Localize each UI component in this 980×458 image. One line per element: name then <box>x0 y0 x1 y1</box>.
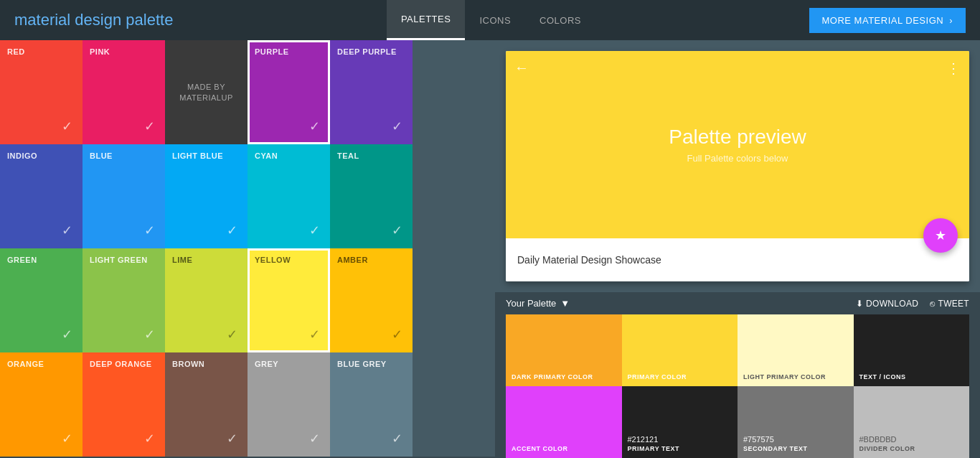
color-name-label: PURPLE <box>255 47 323 56</box>
color-cell-blue[interactable]: BLUE✓ <box>83 144 165 248</box>
color-name-label: GREEN <box>7 256 75 264</box>
color-cell-blue-grey[interactable]: BLUE GREY✓ <box>330 352 413 457</box>
fab-button[interactable]: ★ <box>923 218 958 253</box>
color-name-label: PINK <box>90 47 158 56</box>
palette-actions: ⬇ DOWNLOAD ⎋ TWEET <box>856 299 969 309</box>
check-icon: ✓ <box>62 223 72 238</box>
tweet-button[interactable]: ⎋ TWEET <box>930 299 969 309</box>
color-name-label: YELLOW <box>255 256 323 264</box>
check-icon: ✓ <box>392 223 402 238</box>
color-cell-brown[interactable]: BROWN✓ <box>165 352 248 457</box>
color-name-label: BLUE GREY <box>337 360 405 368</box>
preview-subtitle: Full Palette colors below <box>687 153 788 164</box>
palette-color-top[interactable]: DARK PRIMARY COLOR <box>506 314 622 386</box>
palette-color-bottom[interactable]: #757575SECONDARY TEXT <box>738 386 854 458</box>
check-icon: ✓ <box>227 431 237 447</box>
more-material-button[interactable]: MORE MATERIAL DESIGN › <box>809 8 966 33</box>
check-icon: ✓ <box>309 327 320 342</box>
download-button[interactable]: ⬇ DOWNLOAD <box>856 299 918 309</box>
palette-color-bottom[interactable]: #BDBDBDDIVIDER COLOR <box>854 386 970 458</box>
preview-panel: ← ⋮ Palette preview Full Palette colors … <box>495 40 980 292</box>
palette-color-bottom[interactable]: ACCENT COLOR <box>506 386 622 458</box>
palette-color-label: DIVIDER COLOR <box>859 445 964 452</box>
color-cell-teal[interactable]: TEAL✓ <box>330 144 413 248</box>
color-cell-empty[interactable] <box>413 144 495 248</box>
color-cell-empty[interactable] <box>413 352 495 457</box>
color-cell-yellow[interactable]: YELLOW✓ <box>248 248 330 352</box>
your-palette-button[interactable]: Your Palette ▼ <box>506 298 570 309</box>
palette-top-colors: DARK PRIMARY COLORPRIMARY COLORLIGHT PRI… <box>506 314 969 386</box>
color-cell-empty[interactable] <box>413 248 495 352</box>
preview-card: ← ⋮ Palette preview Full Palette colors … <box>506 51 969 281</box>
back-icon[interactable]: ← <box>514 60 529 76</box>
palette-color-hex: #757575 <box>743 435 848 444</box>
check-icon: ✓ <box>309 223 320 238</box>
check-icon: ✓ <box>144 223 155 238</box>
color-cell-empty[interactable]: MADE BY MATERIALUP <box>165 40 248 144</box>
preview-top: ← ⋮ Palette preview Full Palette colors … <box>506 51 969 238</box>
nav-palettes[interactable]: PALETTES <box>387 0 466 40</box>
check-icon: ✓ <box>144 118 155 134</box>
download-icon: ⬇ <box>856 299 863 309</box>
palette-color-hex: #212121 <box>628 435 732 444</box>
check-icon: ✓ <box>144 431 155 447</box>
color-cell-lime[interactable]: LIME✓ <box>165 248 248 352</box>
color-cell-amber[interactable]: AMBER✓ <box>330 248 413 352</box>
check-icon: ✓ <box>62 118 72 134</box>
color-cell-empty[interactable] <box>413 40 495 144</box>
color-name-label: INDIGO <box>7 151 75 160</box>
palette-color-top[interactable]: TEXT / ICONS <box>854 314 970 386</box>
palette-bottom-colors: ACCENT COLOR#212121PRIMARY TEXT#757575SE… <box>506 386 969 458</box>
palette-color-label: PRIMARY COLOR <box>628 373 732 380</box>
header: material design palette PALETTES ICONS C… <box>0 0 980 40</box>
color-name-label: GREY <box>255 360 323 368</box>
color-cell-grey[interactable]: GREY✓ <box>248 352 330 457</box>
palette-color-bottom[interactable]: #212121PRIMARY TEXT <box>622 386 738 458</box>
chevron-right-icon: › <box>949 15 953 26</box>
color-grid: RED✓PINK✓MADE BY MATERIALUPPURPLE✓DEEP P… <box>0 40 495 458</box>
color-cell-deep-orange[interactable]: DEEP ORANGE✓ <box>83 352 165 457</box>
palette-color-top[interactable]: LIGHT PRIMARY COLOR <box>738 314 854 386</box>
check-icon: ✓ <box>392 327 402 342</box>
nav-icons[interactable]: ICONS <box>465 0 525 40</box>
color-cell-red[interactable]: RED✓ <box>0 40 83 144</box>
color-name-label: TEAL <box>337 151 405 160</box>
nav: PALETTES ICONS COLORS <box>387 0 595 40</box>
logo-accent: palette <box>126 11 173 29</box>
check-icon: ✓ <box>309 118 320 134</box>
color-name-label: LIGHT GREEN <box>90 256 158 264</box>
palette-color-top[interactable]: PRIMARY COLOR <box>622 314 738 386</box>
color-name-label: DEEP ORANGE <box>90 360 158 368</box>
check-icon: ✓ <box>227 223 237 238</box>
palette-color-hex: #BDBDBD <box>859 435 964 444</box>
color-cell-pink[interactable]: PINK✓ <box>83 40 165 144</box>
star-icon: ★ <box>935 228 946 243</box>
more-vert-icon[interactable]: ⋮ <box>946 60 961 77</box>
color-cell-light-blue[interactable]: LIGHT BLUE✓ <box>165 144 248 248</box>
palette-color-label: TEXT / ICONS <box>859 373 964 380</box>
check-icon: ✓ <box>62 327 72 342</box>
main-content: RED✓PINK✓MADE BY MATERIALUPPURPLE✓DEEP P… <box>0 40 980 458</box>
color-cell-light-green[interactable]: LIGHT GREEN✓ <box>83 248 165 352</box>
palette-color-label: DARK PRIMARY COLOR <box>512 373 616 380</box>
color-name-label: BLUE <box>90 151 158 160</box>
color-name-label: DEEP PURPLE <box>337 47 405 56</box>
color-name-label: BROWN <box>172 360 240 368</box>
logo-text-plain: material design <box>14 11 126 29</box>
palette-color-label: LIGHT PRIMARY COLOR <box>743 373 848 380</box>
color-cell-indigo[interactable]: INDIGO✓ <box>0 144 83 248</box>
check-icon: ✓ <box>309 431 320 447</box>
color-cell-green[interactable]: GREEN✓ <box>0 248 83 352</box>
color-name-label: LIGHT BLUE <box>172 151 240 160</box>
color-cell-cyan[interactable]: CYAN✓ <box>248 144 330 248</box>
nav-colors[interactable]: COLORS <box>525 0 595 40</box>
color-cell-orange[interactable]: ORANGE✓ <box>0 352 83 457</box>
palette-color-label: PRIMARY TEXT <box>628 445 732 452</box>
color-cell-purple[interactable]: PURPLE✓ <box>248 40 330 144</box>
logo: material design palette <box>14 11 173 29</box>
check-icon: ✓ <box>144 327 155 342</box>
color-name-label: CYAN <box>255 151 323 160</box>
check-icon: ✓ <box>392 118 402 134</box>
check-icon: ✓ <box>62 431 72 447</box>
color-cell-deep-purple[interactable]: DEEP PURPLE✓ <box>330 40 413 144</box>
